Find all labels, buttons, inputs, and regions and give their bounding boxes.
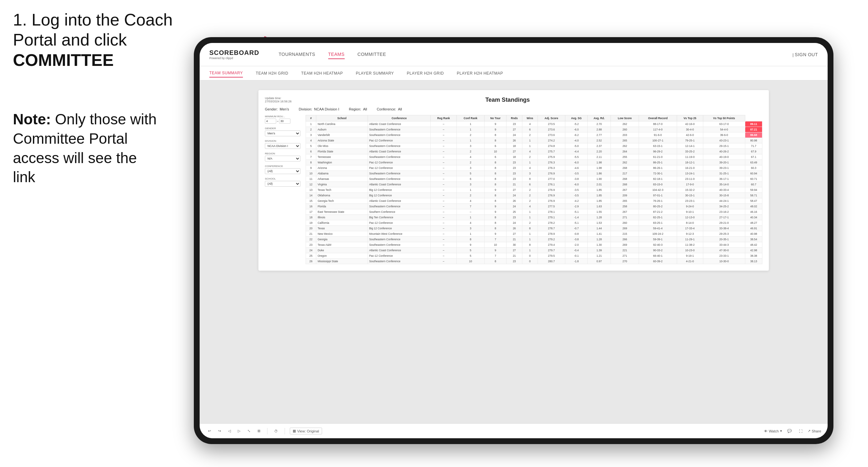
table-cell: –: [431, 204, 457, 209]
toolbar-back[interactable]: ◁: [226, 428, 232, 434]
toolbar-comment[interactable]: 💬: [785, 428, 794, 434]
sub-nav-team-h2h-heatmap[interactable]: TEAM H2H HEATMAP: [301, 69, 343, 77]
table-cell: –: [431, 154, 457, 160]
table-cell: 9-12-3: [677, 231, 703, 237]
tablet-screen: SCOREBOARD Powered by clippd TOURNAMENTS…: [199, 43, 828, 438]
app-header: SCOREBOARD Powered by clippd TOURNAMENTS…: [199, 43, 828, 66]
table-cell: 8: [485, 220, 506, 226]
table-cell: 86-25-1: [639, 160, 677, 165]
table-cell: 262: [611, 121, 639, 127]
region-value: All: [363, 107, 367, 111]
table-cell: 87-21-2: [639, 209, 677, 215]
toolbar-sep-2: [285, 428, 285, 434]
sub-nav-team-summary[interactable]: TEAM SUMMARY: [209, 69, 243, 77]
min-rounds-max-input[interactable]: [279, 119, 290, 124]
table-cell: 30-15-8: [703, 193, 745, 198]
table-row: 26Mississippi StateSoutheastern Conferen…: [306, 259, 763, 264]
table-cell: 2: [522, 198, 537, 204]
table-cell: Atlantic Coast Conference: [368, 198, 431, 204]
min-rounds-min-input[interactable]: [265, 119, 276, 124]
table-cell: -1.8: [565, 259, 588, 264]
table-cell: 8: [485, 138, 506, 144]
sub-nav-player-h2h-grid[interactable]: PLAYER H2H GRID: [407, 69, 444, 77]
table-cell: 273.5: [537, 121, 565, 127]
toolbar-grid[interactable]: ⊞: [255, 428, 262, 434]
bottom-toolbar: ↩ ↪ ◁ ▷ ⤡ ⊞ ⏱ ▦ View: Original 👁 Watch ▾: [199, 424, 828, 438]
col-conf-rank: Conf Rank: [457, 115, 484, 121]
table-cell: 40.34: [745, 215, 763, 220]
table-cell: 31-25-1: [703, 171, 745, 176]
min-rounds-range: –: [265, 119, 301, 124]
gender-label: Gender:: [265, 107, 278, 111]
school-filter-select[interactable]: (All): [265, 181, 301, 187]
table-cell: 1: [522, 215, 537, 220]
table-cell: 1: [457, 215, 484, 220]
table-cell: 268: [611, 165, 639, 171]
toolbar-redo[interactable]: ↪: [216, 428, 223, 434]
sub-nav-player-h2h-heatmap[interactable]: PLAYER H2H HEATMAP: [457, 69, 503, 77]
view-original-button[interactable]: ▦ View: Original: [290, 428, 322, 434]
view-icon: ▦: [293, 429, 296, 433]
table-cell: Georgia: [316, 237, 368, 242]
table-cell: 33-44-3: [703, 242, 745, 248]
col-wins: Wins: [522, 115, 537, 121]
table-cell: 1: [457, 127, 484, 132]
table-cell: 63.49: [745, 160, 763, 165]
table-cell: 1.63: [588, 204, 611, 209]
table-cell: -4.2: [565, 198, 588, 204]
nav-tournaments[interactable]: TOURNAMENTS: [278, 50, 315, 59]
table-cell: 268: [611, 182, 639, 187]
conference-value: All: [398, 107, 402, 111]
toolbar-fullscreen[interactable]: ⛶: [797, 428, 804, 434]
table-cell: 23: [506, 160, 522, 165]
table-cell: 10: [485, 149, 506, 154]
table-cell: Big 12 Conference: [368, 193, 431, 198]
table-cell: 1: [522, 231, 537, 237]
table-cell: -5.5: [565, 154, 588, 160]
region-label: Region:: [349, 107, 361, 111]
col-no-tour: No Tour: [485, 115, 506, 121]
table-cell: 21: [506, 182, 522, 187]
table-cell: –: [431, 242, 457, 248]
nav-committee[interactable]: COMMITTEE: [358, 50, 386, 59]
table-cell: 5: [457, 248, 484, 253]
table-cell: New Mexico: [316, 231, 368, 237]
table-cell: 1.98: [588, 160, 611, 165]
sub-nav-player-summary[interactable]: PLAYER SUMMARY: [356, 69, 394, 77]
table-cell: 48.27: [745, 220, 763, 226]
table-cell: 91-6-0: [639, 132, 677, 138]
table-cell: 2.01: [588, 182, 611, 187]
table-cell: 38.54: [745, 237, 763, 242]
division-filter: Division NCAA Division I: [265, 139, 301, 149]
division-filter-select[interactable]: NCAA Division I: [265, 143, 301, 149]
table-cell: –: [431, 198, 457, 204]
table-cell: Southeastern Conference: [368, 132, 431, 138]
table-cell: 1.98: [588, 165, 611, 171]
toolbar-clock[interactable]: ⏱: [272, 428, 280, 434]
panel-title: Team Standings: [292, 97, 723, 103]
nav-teams[interactable]: TEAMS: [328, 50, 345, 59]
table-cell: Southeastern Conference: [368, 204, 431, 209]
sub-nav-team-h2h-grid[interactable]: TEAM H2H GRID: [256, 69, 288, 77]
watch-button[interactable]: 👁 Watch ▾: [764, 429, 782, 433]
region-filter-select[interactable]: N/A: [265, 156, 301, 161]
table-row: 13Texas TechBig 12 Conference–19272276.9…: [306, 187, 763, 193]
table-cell: –: [431, 132, 457, 138]
table-cell: 39-6-0: [703, 132, 745, 138]
table-cell: 24: [506, 193, 522, 198]
table-cell: 8: [485, 198, 506, 204]
toolbar-forward[interactable]: ▷: [236, 428, 242, 434]
table-cell: -6.0: [565, 182, 588, 187]
table-row: 14OklahomaBig 12 Conference–28242276.9-3…: [306, 193, 763, 198]
gender-filter-select[interactable]: Men's: [265, 130, 301, 136]
table-cell: 2: [522, 154, 537, 160]
share-button[interactable]: ↗ Share: [808, 429, 821, 433]
table-cell: 1.28: [588, 215, 611, 220]
sign-out-link[interactable]: Sign out: [795, 51, 818, 59]
conference-filter-select[interactable]: (All): [265, 168, 301, 174]
table-cell: 9: [485, 209, 506, 215]
table-cell: 273.6: [537, 127, 565, 132]
table-cell: 262: [611, 160, 639, 165]
toolbar-expand[interactable]: ⤡: [246, 428, 252, 434]
toolbar-undo[interactable]: ↩: [206, 428, 213, 434]
